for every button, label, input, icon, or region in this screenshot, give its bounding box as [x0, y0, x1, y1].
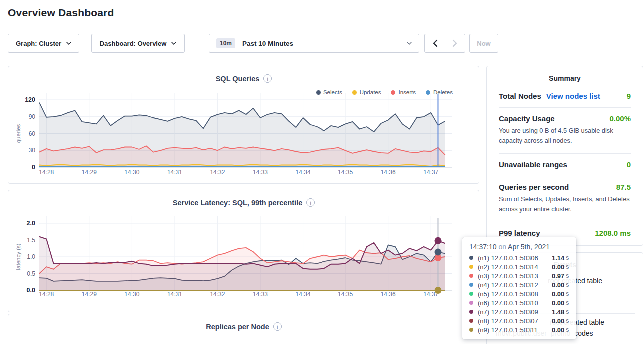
tooltip-row-n3: (n3) 127.0.0.1:50313 0.97 s: [469, 271, 569, 280]
svg-text:0: 0: [32, 164, 35, 171]
svg-text:2.0: 2.0: [27, 220, 35, 227]
service-latency-card: Service Latency: SQL, 99th percentile i …: [8, 190, 479, 312]
next-range-button[interactable]: [445, 34, 465, 52]
summary-unavailable-row: Unavailable ranges 0: [499, 154, 631, 176]
svg-text:14:36: 14:36: [381, 169, 396, 176]
svg-text:14:28: 14:28: [39, 169, 54, 176]
n4-dot: [469, 283, 473, 287]
graph-scope-label: Graph: Cluster: [16, 40, 61, 47]
chevron-left-icon: [432, 39, 438, 47]
p99-latency-value: 1208.0 ms: [595, 229, 631, 237]
tooltip-row-n8: (n8) 127.0.0.1:50307 0.00 s: [469, 316, 569, 325]
overview-dashboard-page: Overview Dashboard Graph: Cluster Dashbo…: [0, 0, 644, 344]
service-latency-chart[interactable]: 0.00.51.01.52.014:2814:2914:3014:3114:32…: [8, 190, 480, 313]
svg-text:14:33: 14:33: [253, 291, 268, 298]
svg-text:0.5: 0.5: [27, 270, 35, 277]
summary-capacity-row: Capacity Usage 0.00% You are using 0 B o…: [499, 108, 631, 154]
svg-text:14:30: 14:30: [124, 169, 139, 176]
qps-value: 87.5: [616, 183, 631, 191]
sql-queries-chart[interactable]: 030609012014:2814:2914:3014:3114:3214:33…: [8, 66, 480, 184]
svg-text:14:32: 14:32: [210, 169, 225, 176]
dashboard-label: Dashboard: Overview: [100, 40, 167, 47]
tooltip-row-n9: (n9) 127.0.0.1:50311 0.00 s: [469, 325, 569, 334]
time-range-selector[interactable]: 10m Past 10 Minutes: [209, 34, 419, 53]
controls-divider: [197, 33, 197, 54]
svg-text:0.0: 0.0: [27, 287, 35, 294]
replicas-title: Replicas per Node: [206, 323, 269, 331]
svg-text:30: 30: [29, 147, 36, 154]
svg-text:14:34: 14:34: [296, 169, 311, 176]
summary-heading: Summary: [499, 66, 631, 85]
now-button-label: Now: [477, 40, 490, 47]
n1-dot: [469, 256, 473, 260]
svg-text:14:35: 14:35: [338, 291, 353, 298]
view-nodes-list-link[interactable]: View nodes list: [546, 92, 600, 100]
n5-dot: [469, 292, 473, 296]
tooltip-row-n1: (n1) 127.0.0.1:50306 1.14 s: [469, 253, 569, 262]
prev-range-button[interactable]: [425, 34, 445, 52]
svg-text:14:28: 14:28: [39, 291, 54, 298]
capacity-usage-value: 0.00%: [609, 114, 631, 123]
svg-text:14:30: 14:30: [124, 291, 139, 298]
summary-panel: Summary Total Nodes View nodes list 9 Ca…: [486, 66, 643, 246]
svg-text:14:29: 14:29: [82, 291, 97, 298]
qps-label: Queries per second: [499, 183, 569, 191]
svg-text:14:29: 14:29: [82, 169, 97, 176]
svg-text:14:33: 14:33: [253, 169, 268, 176]
summary-qps-row: Queries per second 87.5 Sum of Selects, …: [499, 176, 631, 222]
tooltip-row-n2: (n2) 127.0.0.1:50314 0.00 s: [469, 262, 569, 271]
time-step-group: [424, 34, 465, 53]
total-nodes-value: 9: [627, 92, 631, 100]
svg-text:1.5: 1.5: [27, 237, 35, 244]
time-range-label: Past 10 Minutes: [242, 40, 407, 47]
page-title: Overview Dashboard: [8, 7, 114, 19]
n2-dot: [469, 265, 473, 269]
n7-dot: [469, 310, 473, 314]
sql-queries-card: SQL Queries i Selects Updates Inserts De…: [8, 66, 479, 184]
svg-text:60: 60: [29, 130, 36, 137]
capacity-usage-desc: You are using 0 B of 4.5 GiB usable disk…: [499, 126, 631, 146]
svg-text:14:37: 14:37: [423, 169, 438, 176]
n8-dot: [469, 319, 473, 323]
svg-text:latency (s): latency (s): [15, 243, 21, 270]
summary-total-nodes-row: Total Nodes View nodes list 9: [499, 85, 631, 108]
svg-text:14:32: 14:32: [210, 291, 225, 298]
qps-desc: Sum of Selects, Updates, Inserts, and De…: [499, 194, 631, 215]
n3-dot: [469, 274, 473, 278]
svg-text:14:36: 14:36: [381, 291, 396, 298]
tooltip-row-n6: (n6) 127.0.0.1:50310 0.00 s: [469, 298, 569, 307]
chart-hover-tooltip: 14:37:10 on Apr 5th, 2021 (n1) 127.0.0.1…: [462, 237, 576, 339]
tooltip-row-n7: (n7) 127.0.0.1:50309 1.48 s: [469, 307, 569, 316]
now-button[interactable]: Now: [469, 34, 498, 53]
p99-latency-label: P99 latency: [499, 229, 540, 237]
svg-text:120: 120: [25, 96, 35, 103]
unavailable-ranges-value: 0: [627, 160, 631, 169]
total-nodes-label: Total Nodes: [499, 92, 541, 100]
chevron-down-icon: [171, 42, 176, 45]
chevron-right-icon: [452, 39, 458, 47]
graph-scope-dropdown[interactable]: Graph: Cluster: [8, 34, 79, 53]
svg-text:90: 90: [29, 113, 36, 120]
chevron-down-icon: [407, 42, 412, 45]
info-icon[interactable]: i: [273, 322, 282, 331]
dashboard-dropdown[interactable]: Dashboard: Overview: [91, 34, 185, 53]
svg-text:14:34: 14:34: [296, 291, 311, 298]
capacity-usage-label: Capacity Usage: [499, 114, 555, 123]
n6-dot: [469, 301, 473, 305]
unavailable-ranges-label: Unavailable ranges: [499, 160, 567, 169]
tooltip-timestamp: 14:37:10 on Apr 5th, 2021: [469, 243, 569, 251]
svg-text:14:35: 14:35: [338, 169, 353, 176]
svg-text:14:31: 14:31: [167, 291, 182, 298]
svg-text:14:31: 14:31: [167, 169, 182, 176]
replicas-card: Replicas per Node i: [8, 314, 479, 344]
tooltip-row-n4: (n4) 127.0.0.1:50312 0.00 s: [469, 280, 569, 289]
svg-text:queries: queries: [15, 124, 21, 143]
chevron-down-icon: [66, 42, 71, 45]
time-range-badge: 10m: [216, 38, 235, 48]
n9-dot: [469, 328, 473, 332]
tooltip-row-n5: (n5) 127.0.0.1:50308 0.00 s: [469, 289, 569, 298]
svg-text:1.0: 1.0: [27, 253, 35, 260]
